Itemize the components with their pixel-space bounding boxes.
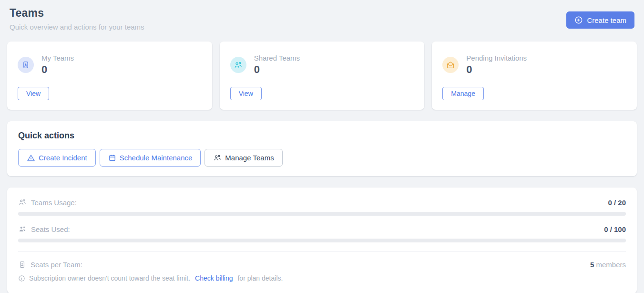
create-incident-label: Create Incident: [39, 154, 87, 162]
seats-per-team-unit: members: [596, 261, 626, 269]
stat-label: Pending Invitations: [466, 54, 527, 62]
shared-teams-view-button[interactable]: View: [230, 87, 262, 100]
seats-per-team-value: 5 members: [590, 261, 626, 269]
id-badge-icon: [18, 261, 26, 269]
users-group-icon: [230, 57, 246, 73]
pending-invitations-manage-button[interactable]: Manage: [442, 87, 484, 100]
users-filled-icon: [18, 225, 27, 233]
create-team-button[interactable]: Create team: [566, 11, 634, 29]
teams-page: Teams Quick overview and actions for you…: [0, 0, 644, 293]
seat-limit-note: Subscription owner doesn't count toward …: [18, 274, 626, 282]
seats-per-team-label-wrap: Seats per Team:: [18, 261, 82, 269]
users-outline-icon: [18, 198, 27, 207]
stat-label: My Teams: [41, 54, 74, 62]
check-billing-link[interactable]: Check billing: [195, 274, 233, 282]
stat-value: 0: [466, 63, 527, 76]
seats-per-team-label: Seats per Team:: [31, 261, 82, 269]
page-title: Teams: [10, 7, 144, 20]
seats-per-team-row: Seats per Team: 5 members: [18, 261, 626, 269]
stat-top: My Teams 0: [18, 54, 202, 76]
seats-used-row: Seats Used: 0 / 100: [18, 225, 626, 233]
create-incident-button[interactable]: Create Incident: [18, 149, 96, 167]
info-circle-icon: [18, 275, 25, 282]
page-header: Teams Quick overview and actions for you…: [7, 6, 637, 31]
stat-label: Shared Teams: [254, 54, 300, 62]
quick-actions-title: Quick actions: [18, 131, 626, 141]
id-badge-icon: [18, 57, 34, 73]
shared-teams-card: Shared Teams 0 View: [220, 42, 425, 110]
stat-cards-row: My Teams 0 View Shared Teams: [7, 42, 637, 110]
usage-card: Teams Usage: 0 / 20 Seats Used: 0 / 100: [7, 188, 637, 293]
schedule-maintenance-label: Schedule Maintenance: [120, 154, 193, 162]
manage-teams-button[interactable]: Manage Teams: [204, 149, 282, 167]
plus-circle-icon: [574, 16, 583, 24]
pending-invitations-card: Pending Invitations 0 Manage: [432, 42, 637, 110]
manage-teams-label: Manage Teams: [225, 154, 274, 162]
seats-per-team-number: 5: [590, 261, 594, 269]
teams-usage-row: Teams Usage: 0 / 20: [18, 198, 626, 207]
stat-top: Shared Teams 0: [230, 54, 414, 76]
my-teams-view-button[interactable]: View: [18, 87, 49, 100]
quick-actions-buttons: Create Incident Schedule Maintenance: [18, 149, 626, 167]
warning-triangle-icon: [27, 154, 35, 162]
quick-actions-card: Quick actions Create Incident: [7, 121, 637, 176]
my-teams-card: My Teams 0 View: [7, 42, 212, 110]
stat-value: 0: [41, 63, 74, 76]
stat-text: My Teams 0: [41, 54, 74, 76]
note-text-after: for plan details.: [237, 274, 283, 282]
teams-usage-label-wrap: Teams Usage:: [18, 198, 77, 207]
teams-usage-progressbar: [18, 212, 626, 216]
stat-text: Shared Teams 0: [254, 54, 300, 76]
seats-used-label: Seats Used:: [31, 225, 70, 233]
calendar-icon: [108, 154, 116, 162]
header-text: Teams Quick overview and actions for you…: [10, 7, 144, 31]
stat-top: Pending Invitations 0: [442, 54, 626, 76]
mail-icon: [442, 57, 459, 73]
seats-used-value: 0 / 100: [604, 225, 626, 233]
usage-divider: [18, 251, 626, 252]
stat-value: 0: [254, 63, 300, 76]
page-subtitle: Quick overview and actions for your team…: [10, 23, 144, 31]
users-group-icon: [213, 154, 222, 162]
seats-used-label-wrap: Seats Used:: [18, 225, 70, 233]
schedule-maintenance-button[interactable]: Schedule Maintenance: [100, 149, 201, 167]
teams-usage-label: Teams Usage:: [31, 199, 77, 207]
seats-used-progressbar: [18, 239, 626, 242]
stat-text: Pending Invitations 0: [466, 54, 527, 76]
teams-usage-value: 0 / 20: [608, 199, 626, 207]
note-text-before: Subscription owner doesn't count toward …: [29, 274, 190, 282]
create-team-label: Create team: [587, 16, 626, 24]
